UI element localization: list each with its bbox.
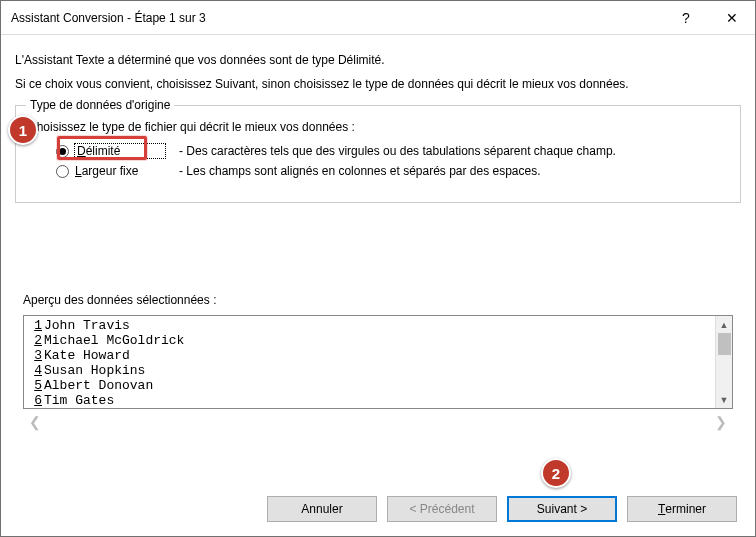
radio-row-fixedwidth[interactable]: Largeur fixe - Les champs sont alignés e… bbox=[56, 164, 728, 178]
preview-label: Aperçu des données sélectionnées : bbox=[23, 293, 741, 307]
radio-delimited[interactable] bbox=[56, 145, 69, 158]
titlebar: Assistant Conversion - Étape 1 sur 3 ? ✕ bbox=[1, 1, 755, 35]
fieldset-prompt: Choisissez le type de fichier qui décrit… bbox=[28, 120, 728, 134]
button-row: Annuler < Précédent Suivant > Terminer bbox=[267, 496, 737, 522]
preview-rows: 1John Travis 2Michael McGoldrick 3Kate H… bbox=[24, 316, 732, 408]
intro-text-2: Si ce choix vous convient, choisissez Su… bbox=[15, 77, 741, 91]
preview-vscroll[interactable]: ▲ ▼ bbox=[715, 316, 732, 408]
preview-hscroll[interactable]: ❮ ❯ bbox=[23, 411, 733, 433]
intro-text-1: L'Assistant Texte a déterminé que vos do… bbox=[15, 53, 741, 67]
origin-type-fieldset: Type de données d'origine Choisissez le … bbox=[15, 105, 741, 203]
annotation-callout-2: 2 bbox=[541, 458, 571, 488]
scroll-left-icon[interactable]: ❮ bbox=[29, 414, 41, 430]
radio-delimited-label: Délimité bbox=[75, 144, 165, 158]
preview-row: 1John Travis bbox=[26, 318, 732, 333]
radio-fixedwidth-label: Largeur fixe bbox=[75, 164, 165, 178]
preview-row: 5Albert Donovan bbox=[26, 378, 732, 393]
scroll-down-icon[interactable]: ▼ bbox=[716, 391, 732, 408]
cancel-button[interactable]: Annuler bbox=[267, 496, 377, 522]
preview-box: 1John Travis 2Michael McGoldrick 3Kate H… bbox=[23, 315, 733, 409]
scroll-thumb[interactable] bbox=[718, 333, 731, 355]
radio-row-delimited[interactable]: Délimité - Des caractères tels que des v… bbox=[56, 144, 728, 158]
next-button[interactable]: Suivant > bbox=[507, 496, 617, 522]
dialog-window: Assistant Conversion - Étape 1 sur 3 ? ✕… bbox=[0, 0, 756, 537]
preview-row: 6Tim Gates bbox=[26, 393, 732, 408]
back-button: < Précédent bbox=[387, 496, 497, 522]
preview-row: 2Michael McGoldrick bbox=[26, 333, 732, 348]
fieldset-legend: Type de données d'origine bbox=[26, 98, 174, 112]
close-button[interactable]: ✕ bbox=[709, 1, 755, 35]
radio-fixedwidth[interactable] bbox=[56, 165, 69, 178]
dialog-content: L'Assistant Texte a déterminé que vos do… bbox=[1, 35, 755, 447]
preview-row: 4Susan Hopkins bbox=[26, 363, 732, 378]
help-button[interactable]: ? bbox=[663, 1, 709, 35]
window-title: Assistant Conversion - Étape 1 sur 3 bbox=[11, 11, 663, 25]
finish-button[interactable]: Terminer bbox=[627, 496, 737, 522]
annotation-callout-1: 1 bbox=[8, 115, 38, 145]
scroll-up-icon[interactable]: ▲ bbox=[716, 316, 732, 333]
preview-row: 3Kate Howard bbox=[26, 348, 732, 363]
scroll-right-icon[interactable]: ❯ bbox=[715, 414, 727, 430]
radio-fixedwidth-desc: - Les champs sont alignés en colonnes et… bbox=[179, 164, 541, 178]
radio-delimited-desc: - Des caractères tels que des virgules o… bbox=[179, 144, 616, 158]
